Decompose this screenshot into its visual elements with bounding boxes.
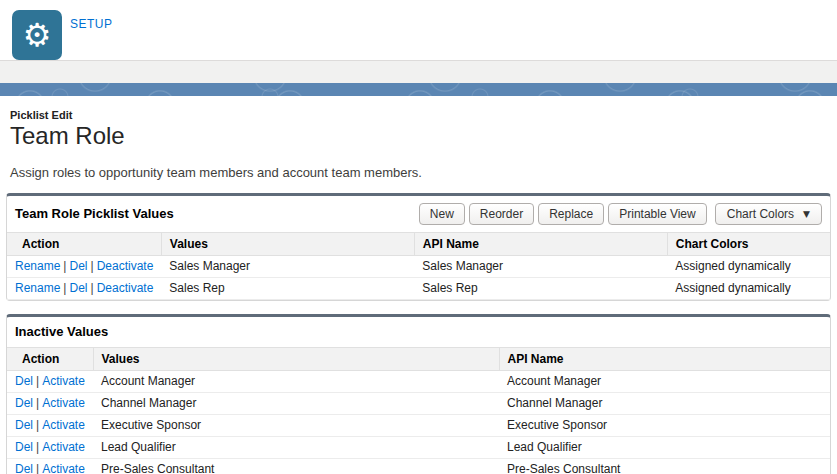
activate-link[interactable]: Activate bbox=[42, 440, 85, 454]
active-panel-toolbar: New Reorder Replace Printable View Chart… bbox=[419, 203, 822, 225]
inactive-panel-title: Inactive Values bbox=[15, 324, 108, 340]
page-title: Team Role bbox=[10, 123, 827, 149]
table-row: Del|Activate Account Manager Account Man… bbox=[7, 371, 830, 393]
activate-link[interactable]: Activate bbox=[42, 418, 85, 432]
table-header-row: Action Values API Name bbox=[7, 348, 830, 371]
action-cell: Del|Activate bbox=[7, 437, 93, 459]
page-kicker: Picklist Edit bbox=[10, 109, 827, 122]
action-cell: Rename|Del|Deactivate bbox=[7, 256, 161, 278]
value-cell: Account Manager bbox=[93, 371, 499, 393]
active-panel-header: Team Role Picklist Values New Reorder Re… bbox=[7, 196, 830, 232]
table-row: Del|Activate Pre-Sales Consultant Pre-Sa… bbox=[7, 459, 830, 474]
activate-link[interactable]: Activate bbox=[42, 374, 85, 388]
separator: | bbox=[36, 396, 39, 410]
api-name-cell: Executive Sponsor bbox=[499, 415, 830, 437]
column-header-api-name: API Name bbox=[499, 348, 830, 371]
separator: | bbox=[36, 462, 39, 474]
value-cell: Channel Manager bbox=[93, 393, 499, 415]
rename-link[interactable]: Rename bbox=[15, 281, 60, 295]
separator: | bbox=[63, 281, 66, 295]
separator: | bbox=[36, 374, 39, 388]
main-content: Picklist Edit Team Role Assign roles to … bbox=[0, 96, 837, 474]
active-values-panel: Team Role Picklist Values New Reorder Re… bbox=[6, 193, 831, 301]
activate-link[interactable]: Activate bbox=[42, 396, 85, 410]
chart-colors-dropdown-label: Chart Colors bbox=[727, 207, 794, 221]
brand-pattern-band bbox=[0, 83, 837, 96]
separator: | bbox=[36, 440, 39, 454]
deactivate-link[interactable]: Deactivate bbox=[97, 259, 154, 273]
api-name-cell: Pre-Sales Consultant bbox=[499, 459, 830, 474]
table-row: Del|Activate Lead Qualifier Lead Qualifi… bbox=[7, 437, 830, 459]
column-header-chart-colors: Chart Colors bbox=[667, 233, 830, 256]
setup-logo-tile: ⚙ bbox=[12, 10, 62, 60]
separator: | bbox=[36, 418, 39, 432]
api-name-cell: Sales Rep bbox=[414, 278, 667, 300]
value-cell: Executive Sponsor bbox=[93, 415, 499, 437]
column-header-action: Action bbox=[7, 233, 161, 256]
active-values-table: Action Values API Name Chart Colors Rena… bbox=[7, 232, 830, 300]
api-name-cell: Lead Qualifier bbox=[499, 437, 830, 459]
api-name-cell: Sales Manager bbox=[414, 256, 667, 278]
active-panel-title: Team Role Picklist Values bbox=[15, 206, 174, 222]
chart-color-cell: Assigned dynamically bbox=[667, 256, 830, 278]
separator: | bbox=[63, 259, 66, 273]
value-cell: Sales Rep bbox=[161, 278, 414, 300]
table-row: Rename|Del|Deactivate Sales Rep Sales Re… bbox=[7, 278, 830, 300]
inactive-values-table: Action Values API Name Del|Activate Acco… bbox=[7, 347, 830, 474]
del-link[interactable]: Del bbox=[15, 374, 33, 388]
del-link[interactable]: Del bbox=[15, 440, 33, 454]
page-description: Assign roles to opportunity team members… bbox=[10, 165, 827, 180]
table-row: Del|Activate Channel Manager Channel Man… bbox=[7, 393, 830, 415]
value-cell: Pre-Sales Consultant bbox=[93, 459, 499, 474]
app-header: ⚙ SETUP bbox=[0, 0, 837, 60]
action-cell: Del|Activate bbox=[7, 415, 93, 437]
chart-colors-dropdown[interactable]: Chart Colors ▼ bbox=[715, 203, 822, 225]
deactivate-link[interactable]: Deactivate bbox=[97, 281, 154, 295]
action-cell: Del|Activate bbox=[7, 459, 93, 474]
activate-link[interactable]: Activate bbox=[42, 462, 85, 474]
inactive-panel-header: Inactive Values bbox=[7, 317, 830, 347]
api-name-cell: Channel Manager bbox=[499, 393, 830, 415]
action-cell: Rename|Del|Deactivate bbox=[7, 278, 161, 300]
column-header-values: Values bbox=[93, 348, 499, 371]
rename-link[interactable]: Rename bbox=[15, 259, 60, 273]
column-header-action: Action bbox=[7, 348, 93, 371]
value-cell: Sales Manager bbox=[161, 256, 414, 278]
table-row: Del|Activate Executive Sponsor Executive… bbox=[7, 415, 830, 437]
separator: | bbox=[91, 259, 94, 273]
value-cell: Lead Qualifier bbox=[93, 437, 499, 459]
chevron-down-icon: ▼ bbox=[803, 210, 810, 219]
del-link[interactable]: Del bbox=[69, 259, 87, 273]
inactive-values-panel: Inactive Values Action Values API Name D… bbox=[6, 314, 831, 474]
del-link[interactable]: Del bbox=[69, 281, 87, 295]
reorder-button[interactable]: Reorder bbox=[469, 203, 534, 225]
setup-link[interactable]: SETUP bbox=[70, 17, 113, 31]
header-substrip bbox=[0, 60, 837, 83]
del-link[interactable]: Del bbox=[15, 396, 33, 410]
gear-icon: ⚙ bbox=[23, 19, 52, 51]
api-name-cell: Account Manager bbox=[499, 371, 830, 393]
action-cell: Del|Activate bbox=[7, 371, 93, 393]
chart-color-cell: Assigned dynamically bbox=[667, 278, 830, 300]
replace-button[interactable]: Replace bbox=[538, 203, 604, 225]
action-cell: Del|Activate bbox=[7, 393, 93, 415]
separator: | bbox=[91, 281, 94, 295]
printable-view-button[interactable]: Printable View bbox=[608, 203, 707, 225]
table-header-row: Action Values API Name Chart Colors bbox=[7, 233, 830, 256]
column-header-api-name: API Name bbox=[414, 233, 667, 256]
table-row: Rename|Del|Deactivate Sales Manager Sale… bbox=[7, 256, 830, 278]
new-button[interactable]: New bbox=[419, 203, 465, 225]
del-link[interactable]: Del bbox=[15, 462, 33, 474]
del-link[interactable]: Del bbox=[15, 418, 33, 432]
column-header-values: Values bbox=[161, 233, 414, 256]
